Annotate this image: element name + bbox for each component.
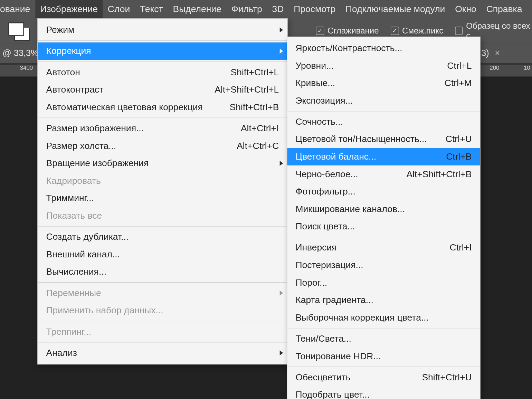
- menu-separator: [38, 61, 287, 62]
- image-dropdown-menu[interactable]: РежимКоррекцияАвтотонShift+Ctrl+LАвтокон…: [37, 18, 287, 364]
- menu-item-label: Применить набор данных...: [46, 305, 163, 316]
- menu-item-label: Автоматическая цветовая коррекция: [46, 102, 203, 113]
- menu-item-label: Анализ: [46, 348, 77, 358]
- checkbox-icon: [455, 27, 463, 35]
- menu-item[interactable]: Яркость/Контрастность...: [287, 39, 480, 57]
- menu-item-label: Показать все: [46, 210, 102, 221]
- menu-просмотр[interactable]: Просмотр: [289, 0, 341, 18]
- menu-item[interactable]: Карта градиента...: [287, 291, 480, 309]
- menu-item-shortcut: Shift+Ctrl+U: [422, 372, 472, 383]
- antialias-checkbox[interactable]: Сглаживание: [316, 26, 379, 36]
- menu-separator: [38, 282, 287, 283]
- menu-item[interactable]: Выборочная коррекция цвета...: [287, 309, 480, 326]
- menu-item-label: Вращение изображения: [46, 158, 149, 169]
- ruler-tick-label: 3400: [20, 64, 33, 71]
- menu-item-shortcut: Alt+Shift+Ctrl+B: [406, 169, 472, 179]
- menu-item[interactable]: ОбесцветитьShift+Ctrl+U: [287, 369, 480, 386]
- main-menubar[interactable]: ованиеИзображениеСлоиТекстВыделениеФильт…: [0, 0, 532, 18]
- menu-текст[interactable]: Текст: [135, 0, 168, 18]
- menu-item: Треппинг...: [38, 323, 287, 341]
- menu-item-label: Вычисления...: [46, 266, 106, 277]
- adjustments-submenu[interactable]: Яркость/Контрастность...Уровни...Ctrl+LК…: [287, 37, 481, 399]
- menu-item-label: Автотон: [46, 67, 80, 78]
- menu-item-label: Тримминг...: [46, 193, 94, 203]
- menu-separator: [38, 117, 287, 118]
- menu-item-shortcut: Ctrl+I: [450, 242, 472, 253]
- foreground-color-swatch[interactable]: [8, 22, 24, 36]
- menu-окно[interactable]: Окно: [450, 0, 481, 18]
- checkbox-icon: [390, 27, 399, 35]
- menu-item-label: Переменные: [46, 288, 101, 298]
- menu-item-label: Подобрать цвет...: [295, 389, 370, 399]
- menu-separator: [38, 321, 287, 321]
- menu-item[interactable]: Тени/Света...: [287, 330, 480, 348]
- menu-item-label: Размер изображения...: [46, 123, 144, 134]
- menu-item[interactable]: Уровни...Ctrl+L: [287, 57, 480, 75]
- menu-item[interactable]: Вращение изображения: [38, 155, 287, 172]
- menu-item[interactable]: Кривые...Ctrl+M: [287, 74, 480, 92]
- menu-item-label: Коррекция: [46, 46, 91, 56]
- menu-item[interactable]: Постеризация...: [287, 256, 480, 274]
- menu-item-label: Автоконтраст: [46, 84, 104, 95]
- menu-item-label: Цветовой баланс...: [295, 151, 376, 162]
- menu-item-label: Цветовой тон/Насыщенность...: [295, 134, 427, 144]
- contiguous-checkbox[interactable]: Смеж.пикс: [390, 26, 443, 36]
- menu-item-shortcut: Ctrl+U: [446, 134, 472, 144]
- menu-item-label: Микширование каналов...: [295, 204, 405, 215]
- menu-item[interactable]: Тонирование HDR...: [287, 348, 480, 365]
- menu-item[interactable]: Тримминг...: [38, 190, 287, 207]
- menu-item[interactable]: Цветовой тон/Насыщенность...Ctrl+U: [287, 131, 480, 148]
- menu-item[interactable]: Цветовой баланс...Ctrl+B: [287, 148, 480, 165]
- menu-3d[interactable]: 3D: [267, 0, 289, 18]
- menu-item[interactable]: АвтотонShift+Ctrl+L: [38, 64, 287, 81]
- menu-item[interactable]: Анализ: [38, 344, 287, 362]
- menu-item[interactable]: Вычисления...: [38, 263, 287, 281]
- menu-item[interactable]: Черно-белое...Alt+Shift+Ctrl+B: [287, 165, 480, 183]
- menu-item-label: Режим: [46, 25, 75, 35]
- menu-подключаемые модули[interactable]: Подключаемые модули: [341, 0, 450, 18]
- menu-item[interactable]: ИнверсияCtrl+I: [287, 239, 480, 257]
- ruler-tick-label: 200: [490, 64, 499, 71]
- menu-item-shortcut: Alt+Ctrl+I: [241, 123, 279, 134]
- menu-item[interactable]: АвтоконтрастAlt+Shift+Ctrl+L: [38, 81, 287, 99]
- menu-item[interactable]: Размер холста...Alt+Ctrl+C: [38, 137, 287, 155]
- color-swatches[interactable]: [6, 21, 32, 41]
- menu-item[interactable]: Размер изображения...Alt+Ctrl+I: [38, 120, 287, 137]
- menu-item[interactable]: Сочность...: [287, 113, 480, 131]
- menu-слои[interactable]: Слои: [103, 0, 135, 18]
- menu-item[interactable]: Фотофильтр...: [287, 183, 480, 200]
- close-tab-button[interactable]: ×: [495, 48, 500, 58]
- menu-item-shortcut: Alt+Ctrl+C: [237, 141, 279, 151]
- ruler-tick-label: 10: [524, 64, 530, 71]
- menu-item: Кадрировать: [38, 172, 287, 190]
- menu-справка[interactable]: Справка: [481, 0, 527, 18]
- menu-item[interactable]: Режим: [38, 21, 287, 39]
- menu-item[interactable]: Коррекция: [38, 42, 287, 60]
- menu-ование[interactable]: ование: [0, 0, 35, 18]
- menu-separator: [38, 342, 287, 342]
- menu-item[interactable]: Порог...: [287, 274, 480, 292]
- menu-item[interactable]: Микширование каналов...: [287, 200, 480, 218]
- menu-item[interactable]: Внешний канал...: [38, 246, 287, 263]
- menu-item[interactable]: Автоматическая цветовая коррекцияShift+C…: [38, 98, 287, 116]
- menu-item[interactable]: Подобрать цвет...: [287, 386, 480, 399]
- menu-item-label: Размер холста...: [46, 141, 116, 151]
- menu-item[interactable]: Поиск цвета...: [287, 218, 480, 235]
- menu-item-label: Кадрировать: [46, 175, 101, 186]
- menu-изображение[interactable]: Изображение: [35, 0, 103, 18]
- menu-separator: [287, 328, 480, 328]
- menu-item-label: Сочность...: [295, 116, 343, 127]
- menu-выделение[interactable]: Выделение: [168, 0, 226, 18]
- menu-item-label: Яркость/Контрастность...: [295, 43, 402, 54]
- menu-item-shortcut: Ctrl+B: [446, 151, 472, 162]
- menu-фильтр[interactable]: Фильтр: [226, 0, 267, 18]
- menu-item: Показать все: [38, 207, 287, 225]
- menu-item-label: Тонирование HDR...: [295, 351, 381, 361]
- menu-item[interactable]: Создать дубликат...: [38, 228, 287, 246]
- document-tab-suffix: 3): [481, 48, 489, 58]
- menu-item[interactable]: Экспозиция...: [287, 92, 480, 110]
- menu-item-label: Экспозиция...: [295, 95, 353, 106]
- menu-item-label: Кривые...: [295, 78, 335, 88]
- menu-item-label: Постеризация...: [295, 260, 363, 270]
- menu-separator: [287, 237, 480, 237]
